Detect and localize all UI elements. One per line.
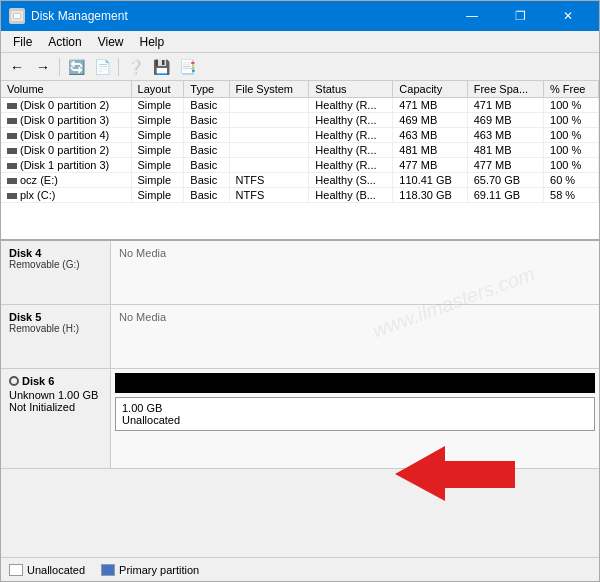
close-button[interactable]: ✕	[545, 1, 591, 31]
menu-help[interactable]: Help	[132, 33, 173, 51]
cell-volume: (Disk 0 partition 2)	[1, 98, 131, 113]
col-layout[interactable]: Layout	[131, 81, 184, 98]
disk4-type: Removable (G:)	[9, 259, 102, 270]
app-icon	[9, 8, 25, 24]
legend-primary: Primary partition	[101, 564, 199, 576]
help-button[interactable]: ❔	[123, 56, 147, 78]
menu-bar: File Action View Help	[1, 31, 599, 53]
table-row[interactable]: (Disk 0 partition 4) Simple Basic Health…	[1, 128, 599, 143]
disk-management-window: Disk Management — ❐ ✕ File Action View H…	[0, 0, 600, 582]
toolbar-separator	[59, 58, 60, 76]
minimize-button[interactable]: —	[449, 1, 495, 31]
cell-capacity: 477 MB	[393, 158, 467, 173]
cell-layout: Simple	[131, 158, 184, 173]
cell-type: Basic	[184, 173, 229, 188]
col-fs[interactable]: File System	[229, 81, 309, 98]
disk6-row: Disk 6 Unknown 1.00 GB Not Initialized 1…	[1, 369, 599, 469]
disk5-no-media: No Media	[119, 311, 166, 323]
cell-layout: Simple	[131, 98, 184, 113]
volume-table-area[interactable]: Volume Layout Type File System Status Ca…	[1, 81, 599, 241]
menu-view[interactable]: View	[90, 33, 132, 51]
disk6-type: Unknown	[9, 389, 55, 401]
cell-layout: Simple	[131, 128, 184, 143]
maximize-button[interactable]: ❐	[497, 1, 543, 31]
cell-status: Healthy (R...	[309, 113, 393, 128]
menu-file[interactable]: File	[5, 33, 40, 51]
disk5-label: Disk 5 Removable (H:)	[1, 305, 111, 368]
legend-bar: Unallocated Primary partition	[1, 557, 599, 581]
cell-layout: Simple	[131, 143, 184, 158]
volume-table: Volume Layout Type File System Status Ca…	[1, 81, 599, 203]
disk6-status: Not Initialized	[9, 401, 75, 413]
cell-volume: (Disk 0 partition 2)	[1, 143, 131, 158]
disk4-name: Disk 4	[9, 247, 102, 259]
cell-status: Healthy (R...	[309, 98, 393, 113]
legend-unalloc-label: Unallocated	[27, 564, 85, 576]
forward-button[interactable]: →	[31, 56, 55, 78]
cell-type: Basic	[184, 158, 229, 173]
cell-fs: NTFS	[229, 188, 309, 203]
disk5-type: Removable (H:)	[9, 323, 102, 334]
legend-unalloc: Unallocated	[9, 564, 85, 576]
main-content: Volume Layout Type File System Status Ca…	[1, 81, 599, 581]
cell-volume: (Disk 0 partition 3)	[1, 113, 131, 128]
cell-pct: 100 %	[544, 128, 599, 143]
col-status[interactable]: Status	[309, 81, 393, 98]
cell-volume: plx (C:)	[1, 188, 131, 203]
cell-fs	[229, 128, 309, 143]
cell-capacity: 469 MB	[393, 113, 467, 128]
cell-layout: Simple	[131, 113, 184, 128]
toolbar-btn3[interactable]: 💾	[149, 56, 173, 78]
window-controls: — ❐ ✕	[449, 1, 591, 31]
cell-capacity: 481 MB	[393, 143, 467, 158]
cell-free: 481 MB	[467, 143, 543, 158]
cell-pct: 100 %	[544, 158, 599, 173]
cell-status: Healthy (R...	[309, 128, 393, 143]
back-button[interactable]: ←	[5, 56, 29, 78]
toolbar-btn4[interactable]: 📑	[175, 56, 199, 78]
col-type[interactable]: Type	[184, 81, 229, 98]
cell-volume: (Disk 1 partition 3)	[1, 158, 131, 173]
cell-status: Healthy (R...	[309, 158, 393, 173]
cell-layout: Simple	[131, 188, 184, 203]
col-free[interactable]: Free Spa...	[467, 81, 543, 98]
legend-primary-box	[101, 564, 115, 576]
cell-pct: 100 %	[544, 143, 599, 158]
cell-layout: Simple	[131, 173, 184, 188]
svg-marker-2	[395, 446, 515, 501]
svg-rect-1	[14, 14, 20, 18]
table-row[interactable]: plx (C:) Simple Basic NTFS Healthy (B...…	[1, 188, 599, 203]
toolbar-btn2[interactable]: 📄	[90, 56, 114, 78]
cell-fs	[229, 98, 309, 113]
toolbar-separator2	[118, 58, 119, 76]
table-row[interactable]: (Disk 0 partition 2) Simple Basic Health…	[1, 143, 599, 158]
cell-status: Healthy (S...	[309, 173, 393, 188]
cell-pct: 100 %	[544, 98, 599, 113]
cell-volume: (Disk 0 partition 4)	[1, 128, 131, 143]
menu-action[interactable]: Action	[40, 33, 89, 51]
col-volume[interactable]: Volume	[1, 81, 131, 98]
cell-free: 463 MB	[467, 128, 543, 143]
disk6-name: Disk 6	[22, 375, 54, 387]
cell-type: Basic	[184, 143, 229, 158]
cell-free: 65.70 GB	[467, 173, 543, 188]
col-pct[interactable]: % Free	[544, 81, 599, 98]
disk4-no-media: No Media	[119, 247, 166, 259]
col-capacity[interactable]: Capacity	[393, 81, 467, 98]
disk6-size: 1.00 GB	[58, 389, 98, 401]
cell-capacity: 110.41 GB	[393, 173, 467, 188]
disk4-row: Disk 4 Removable (G:) No Media	[1, 241, 599, 305]
disk-panel[interactable]: www.ilmasters.com Disk 4 Removable (G:) …	[1, 241, 599, 557]
disk4-content: No Media	[111, 241, 599, 304]
table-row[interactable]: (Disk 1 partition 3) Simple Basic Health…	[1, 158, 599, 173]
table-row[interactable]: ocz (E:) Simple Basic NTFS Healthy (S...…	[1, 173, 599, 188]
disk6-unalloc-size: 1.00 GB	[122, 402, 588, 414]
cell-pct: 58 %	[544, 188, 599, 203]
cell-status: Healthy (R...	[309, 143, 393, 158]
disk6-label: Disk 6 Unknown 1.00 GB Not Initialized	[1, 369, 111, 468]
table-row[interactable]: (Disk 0 partition 3) Simple Basic Health…	[1, 113, 599, 128]
cell-fs	[229, 113, 309, 128]
refresh-button[interactable]: 🔄	[64, 56, 88, 78]
disk6-unalloc[interactable]: 1.00 GB Unallocated	[115, 397, 595, 431]
table-row[interactable]: (Disk 0 partition 2) Simple Basic Health…	[1, 98, 599, 113]
